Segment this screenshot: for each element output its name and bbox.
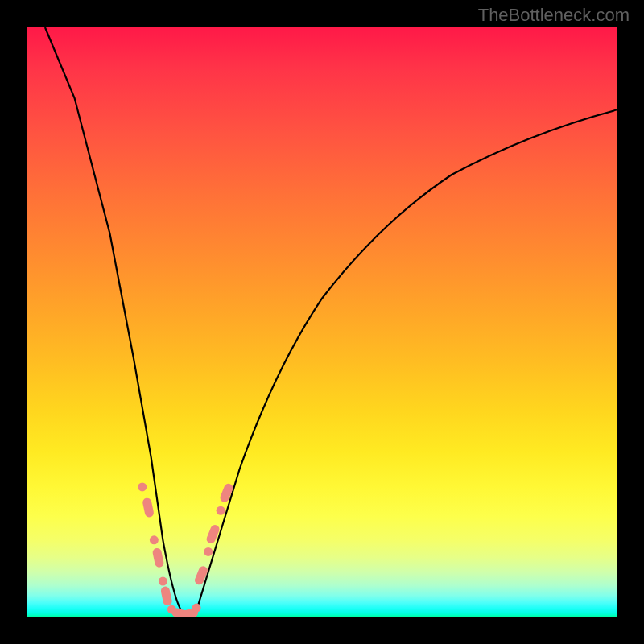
bottleneck-curve <box>45 27 617 614</box>
data-marker <box>192 604 201 613</box>
data-marker-long <box>152 547 165 568</box>
data-marker-long <box>142 497 155 518</box>
chart-frame: TheBottleneck.com <box>0 0 644 644</box>
chart-plot-area <box>27 27 617 617</box>
watermark-text: TheBottleneck.com <box>478 5 630 26</box>
chart-svg <box>27 27 617 617</box>
data-marker <box>150 535 159 544</box>
data-marker-long <box>160 585 173 606</box>
data-marker <box>204 547 213 556</box>
data-marker <box>217 506 225 515</box>
data-marker <box>138 482 147 491</box>
data-marker <box>159 577 167 586</box>
